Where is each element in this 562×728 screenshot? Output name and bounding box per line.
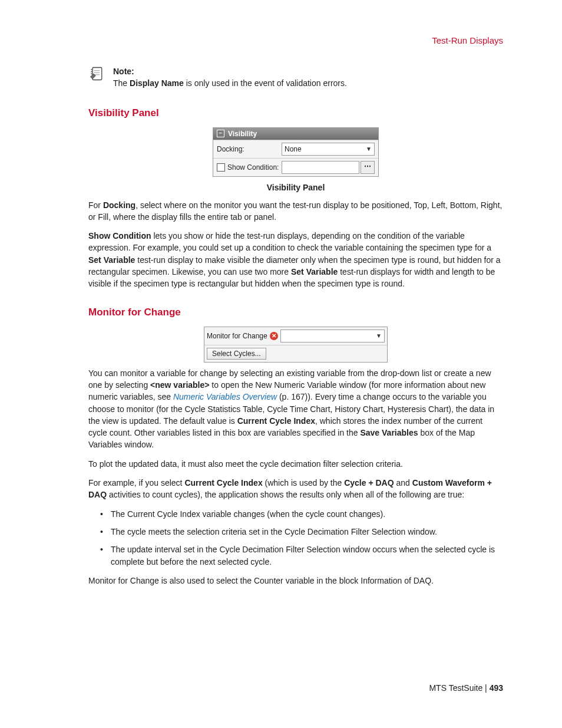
chevron-down-icon: ▼: [376, 332, 382, 339]
monitor-para-3: For example, if you select Current Cycle…: [88, 477, 503, 501]
list-item: The update interval set in the Cycle Dec…: [100, 543, 503, 568]
show-condition-label: Show Condition:: [227, 163, 279, 172]
note-text-pre: The: [113, 78, 130, 88]
page-footer: MTS TestSuite | 493: [429, 683, 503, 693]
list-item: The cycle meets the selection criteria s…: [100, 526, 503, 538]
monitor-bullets: The Current Cycle Index variable changes…: [88, 508, 503, 568]
page-header-title: Test-Run Displays: [88, 35, 503, 45]
visibility-panel-title: Visibility: [228, 130, 257, 138]
docking-label: Docking:: [217, 145, 282, 153]
monitor-for-change-label: Monitor for Change: [207, 332, 270, 340]
svg-point-4: [91, 69, 92, 70]
select-cycles-button[interactable]: Select Cycles...: [207, 348, 266, 360]
chevron-down-icon: ▼: [366, 146, 372, 152]
show-condition-input[interactable]: [282, 161, 359, 174]
show-condition-checkbox[interactable]: [217, 163, 225, 172]
visibility-heading: Visibility Panel: [88, 107, 503, 119]
monitor-for-change-panel: Monitor for Change ✕ ▼ Select Cycles...: [204, 327, 388, 363]
note-icon: [88, 65, 105, 82]
visibility-panel-header[interactable]: − Visibility: [213, 128, 378, 140]
error-icon: ✕: [270, 332, 278, 340]
note-label: Note:: [113, 67, 134, 76]
monitor-variable-select[interactable]: ▼: [280, 330, 385, 342]
collapse-icon[interactable]: −: [217, 130, 224, 137]
visibility-panel: − Visibility Docking: None ▼ Show Condit…: [213, 127, 379, 177]
monitor-para-4: Monitor for Change is also used to selec…: [88, 575, 503, 587]
docking-select[interactable]: None ▼: [282, 143, 375, 156]
monitor-para-2: To plot the updated data, it must also m…: [88, 458, 503, 470]
visibility-para-1: For Docking, select where on the monitor…: [88, 199, 503, 223]
note-text-post: is only used in the event of validation …: [184, 78, 347, 88]
visibility-para-2: Show Condition lets you show or hide the…: [88, 230, 503, 289]
svg-point-5: [91, 71, 92, 73]
monitor-heading: Monitor for Change: [88, 307, 503, 318]
svg-rect-0: [92, 68, 102, 80]
footer-page-number: 493: [490, 683, 503, 693]
docking-value: None: [285, 145, 302, 153]
monitor-para-1: You can monitor a variable for change by…: [88, 367, 503, 451]
list-item: The Current Cycle Index variable changes…: [100, 508, 503, 520]
numeric-variables-link[interactable]: Numeric Variables Overview: [173, 392, 277, 401]
note-text-bold: Display Name: [130, 78, 184, 88]
visibility-panel-caption: Visibility Panel: [88, 183, 503, 192]
note-block: Note: The Display Name is only used in t…: [88, 64, 503, 90]
show-condition-browse-button[interactable]: ⋯: [361, 161, 375, 174]
svg-point-6: [91, 73, 92, 74]
footer-product: MTS TestSuite: [429, 683, 482, 693]
